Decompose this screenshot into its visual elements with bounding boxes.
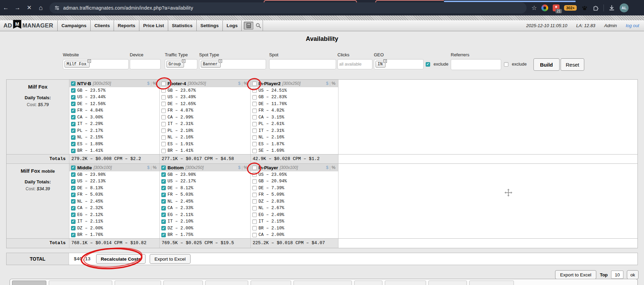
device-input[interactable] (130, 59, 161, 69)
bottom-tab[interactable] (115, 281, 161, 285)
dollar-link[interactable]: $ (238, 165, 241, 170)
geo-checkbox[interactable] (252, 179, 257, 184)
nav-tab-campaigns[interactable]: Campaigns (58, 20, 91, 31)
geo-checkbox[interactable] (161, 102, 166, 106)
site-settings-icon[interactable] (54, 5, 60, 11)
geo-checkbox[interactable] (161, 186, 166, 190)
geo-exclude-checkbox[interactable] (426, 62, 430, 67)
dollar-link[interactable]: $ (147, 81, 150, 86)
spot-checkbox[interactable] (71, 166, 76, 170)
home-icon[interactable]: ⌂ (35, 4, 47, 12)
spot-checkbox[interactable] (161, 166, 166, 170)
browser-tab-outline[interactable] (264, 0, 357, 2)
export-to-excel-bottom-button[interactable]: Export to Excel (555, 270, 597, 279)
percent-link[interactable]: % (244, 165, 248, 170)
geo-checkbox[interactable] (71, 122, 76, 126)
stop-icon[interactable]: ✕ (23, 4, 35, 11)
geo-checkbox[interactable] (71, 186, 76, 190)
nav-tab-settings[interactable]: Settings (197, 20, 223, 31)
percent-link[interactable]: % (153, 81, 157, 86)
geo-checkbox[interactable] (161, 206, 166, 210)
paw-extension-icon[interactable] (581, 4, 588, 11)
geo-checkbox[interactable] (252, 122, 257, 126)
profile-avatar[interactable]: AL (620, 3, 629, 12)
geo-checkbox[interactable] (71, 128, 76, 133)
geo-checkbox[interactable] (71, 226, 76, 230)
geo-checkbox[interactable] (252, 206, 257, 210)
geo-checkbox[interactable] (71, 233, 76, 237)
geo-checkbox[interactable] (161, 172, 166, 177)
geo-checkbox[interactable] (161, 115, 166, 119)
nav-tab-price-list[interactable]: Price List (139, 20, 168, 31)
forward-icon[interactable]: → (12, 4, 23, 11)
nav-tab-reports[interactable]: Reports (114, 20, 139, 31)
bottom-tab[interactable] (428, 281, 467, 285)
geo-checkbox[interactable] (71, 219, 76, 224)
percent-link[interactable]: % (153, 165, 157, 170)
geo-checkbox[interactable] (161, 95, 166, 100)
geo-checkbox[interactable] (161, 219, 166, 224)
bottom-tab[interactable] (251, 281, 291, 285)
nav-tab-logs[interactable]: Logs (223, 20, 242, 31)
bottom-tab[interactable] (163, 281, 203, 285)
geo-checkbox[interactable] (252, 172, 257, 177)
top-count-input[interactable] (611, 271, 623, 279)
nav-tab-clients[interactable]: Clients (91, 20, 114, 31)
geo-checkbox[interactable] (71, 179, 76, 184)
token-remove-icon[interactable] (88, 59, 91, 63)
geo-checkbox[interactable] (71, 142, 76, 146)
geo-checkbox[interactable] (161, 122, 166, 126)
ok-button[interactable]: ok (627, 270, 639, 279)
geo-checkbox[interactable] (161, 233, 166, 237)
geo-checkbox[interactable] (161, 109, 166, 113)
geo-checkbox[interactable] (71, 95, 76, 100)
spot-checkbox[interactable] (161, 81, 166, 86)
percent-link[interactable]: % (244, 81, 248, 86)
token-remove-icon[interactable] (219, 59, 222, 63)
geo-checkbox[interactable] (161, 199, 166, 204)
referrers-exclude-checkbox[interactable] (504, 62, 508, 67)
spot-input[interactable] (269, 59, 336, 69)
geo-checkbox[interactable] (161, 142, 166, 146)
geo-checkbox[interactable] (71, 193, 76, 197)
bottom-tab[interactable] (294, 281, 352, 285)
bottom-tab[interactable] (354, 281, 382, 285)
browser-tab-outline[interactable] (375, 0, 444, 2)
geo-checkbox[interactable] (71, 172, 76, 177)
geo-checkbox[interactable] (161, 128, 166, 133)
geo-checkbox[interactable] (252, 193, 257, 197)
clicks-input[interactable] (339, 62, 371, 67)
availability-calculator-button[interactable] (244, 22, 253, 30)
nav-tab-statistics[interactable]: Statistics (168, 20, 197, 31)
dollar-link[interactable]: $ (147, 165, 150, 170)
token-remove-icon[interactable] (383, 59, 387, 63)
geo-checkbox[interactable] (71, 88, 76, 93)
geo-checkbox[interactable] (252, 199, 257, 204)
geo-checkbox[interactable] (161, 88, 166, 93)
extension-orange-badge[interactable]: 302+ (564, 5, 577, 11)
bottom-tab[interactable] (385, 281, 426, 285)
geo-checkbox[interactable] (71, 213, 76, 217)
traffic-type-input[interactable]: Group (165, 59, 197, 69)
geo-checkbox[interactable] (252, 233, 257, 237)
dollar-link[interactable]: $ (238, 81, 241, 86)
geo-checkbox[interactable] (71, 149, 76, 153)
geo-checkbox[interactable] (252, 135, 257, 140)
bottom-tab[interactable] (49, 281, 112, 285)
bottom-tab[interactable] (12, 281, 46, 285)
geo-checkbox[interactable] (252, 142, 257, 146)
geo-checkbox[interactable] (161, 193, 166, 197)
geo-checkbox[interactable] (71, 135, 76, 140)
percent-link[interactable]: % (332, 81, 335, 86)
geo-checkbox[interactable] (71, 109, 76, 113)
geo-checkbox[interactable] (161, 179, 166, 184)
geo-checkbox[interactable] (252, 149, 257, 153)
geo-checkbox[interactable] (252, 109, 257, 113)
extension-rainbow-icon[interactable] (541, 4, 548, 11)
back-icon[interactable]: ← (0, 4, 12, 11)
spot-checkbox[interactable] (71, 81, 76, 86)
geo-checkbox[interactable] (252, 128, 257, 133)
geo-checkbox[interactable] (252, 95, 257, 100)
website-input[interactable]: Milf Fox (63, 59, 129, 69)
referrers-input[interactable] (451, 59, 501, 70)
